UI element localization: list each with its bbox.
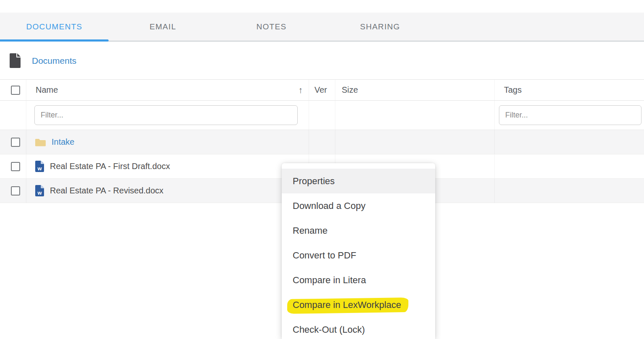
row-select-cell (0, 154, 26, 178)
column-header-tags[interactable]: Tags (495, 80, 644, 100)
table-header: Name ↑ Ver Size Tags (0, 79, 644, 101)
tab-label: NOTES (257, 22, 287, 31)
menu-item-label: Download a Copy (293, 201, 366, 211)
tab-label: EMAIL (150, 22, 177, 31)
menu-item-properties[interactable]: Properties (282, 169, 435, 193)
column-header-size[interactable]: Size (335, 80, 495, 100)
column-label-tags: Tags (504, 85, 522, 95)
row-ver-cell (309, 130, 335, 154)
tab-email[interactable]: EMAIL (109, 13, 217, 41)
tab-sharing[interactable]: SHARING (326, 13, 434, 41)
filter-cell-name (26, 101, 309, 130)
context-menu: Properties Download a Copy Rename Conver… (282, 163, 435, 339)
menu-item-label: Check-Out (Lock) (293, 324, 365, 335)
breadcrumb-documents-link[interactable]: Documents (32, 56, 76, 66)
svg-text:w: w (37, 165, 42, 172)
file-name-link[interactable]: Real Estate PA - Revised.docx (50, 186, 164, 196)
menu-item-compare-in-litera[interactable]: Compare in Litera (282, 268, 435, 292)
tab-label: SHARING (360, 22, 400, 31)
column-header-ver[interactable]: Ver (309, 80, 335, 100)
row-select-cell (0, 130, 26, 154)
row-checkbox[interactable] (11, 162, 20, 171)
row-name-cell[interactable]: w Real Estate PA - First Draft.docx (26, 154, 309, 178)
filter-cell-tags (495, 101, 644, 130)
row-select-cell (0, 179, 26, 203)
folder-icon (35, 138, 46, 146)
menu-item-label: Properties (293, 176, 335, 187)
menu-item-compare-in-lexworkplace[interactable]: Compare in LexWorkplace (282, 292, 435, 317)
filter-cell-ver (309, 101, 335, 130)
row-name-cell[interactable]: Intake (26, 130, 309, 154)
tab-notes[interactable]: NOTES (217, 13, 326, 41)
svg-text:w: w (37, 190, 42, 196)
column-label-name: Name (36, 85, 58, 95)
menu-item-label: Compare in LexWorkplace (293, 300, 401, 310)
row-size-cell (335, 130, 495, 154)
tab-documents[interactable]: DOCUMENTS (0, 13, 109, 41)
tab-bar: DOCUMENTS EMAIL NOTES SHARING (0, 13, 644, 42)
menu-item-label: Compare in Litera (293, 275, 366, 286)
row-name-cell[interactable]: w Real Estate PA - Revised.docx (26, 179, 309, 203)
name-filter-input[interactable] (34, 105, 298, 125)
file-name-link[interactable]: Real Estate PA - First Draft.docx (50, 162, 170, 171)
menu-item-rename[interactable]: Rename (282, 218, 435, 243)
row-tags-cell (495, 179, 644, 203)
tab-label: DOCUMENTS (26, 22, 82, 31)
table-row-intake[interactable]: Intake (0, 130, 644, 154)
row-checkbox[interactable] (11, 186, 20, 196)
row-tags-cell (495, 154, 644, 178)
column-label-ver: Ver (314, 85, 327, 95)
sort-ascending-icon[interactable]: ↑ (299, 85, 303, 95)
document-icon (9, 53, 21, 68)
folder-name-link[interactable]: Intake (52, 137, 74, 147)
filter-cell-empty (0, 101, 26, 130)
select-all-checkbox[interactable] (11, 86, 20, 95)
word-file-icon: w (35, 161, 44, 172)
filter-row (0, 101, 644, 130)
row-checkbox[interactable] (11, 138, 20, 147)
select-all-cell (0, 80, 26, 100)
word-file-icon: w (35, 185, 44, 196)
breadcrumb: Documents (0, 42, 76, 80)
menu-item-download-a-copy[interactable]: Download a Copy (282, 193, 435, 218)
menu-item-convert-to-pdf[interactable]: Convert to PDF (282, 243, 435, 268)
column-header-name[interactable]: Name ↑ (26, 80, 309, 100)
tags-filter-input[interactable] (499, 105, 641, 125)
documents-page: DOCUMENTS EMAIL NOTES SHARING Documents … (0, 0, 644, 339)
menu-item-label: Convert to PDF (293, 250, 356, 261)
menu-item-label: Rename (293, 225, 327, 236)
column-label-size: Size (342, 85, 358, 95)
filter-cell-size (335, 101, 495, 130)
menu-item-check-out-lock[interactable]: Check-Out (Lock) (282, 317, 435, 339)
row-tags-cell (495, 130, 644, 154)
